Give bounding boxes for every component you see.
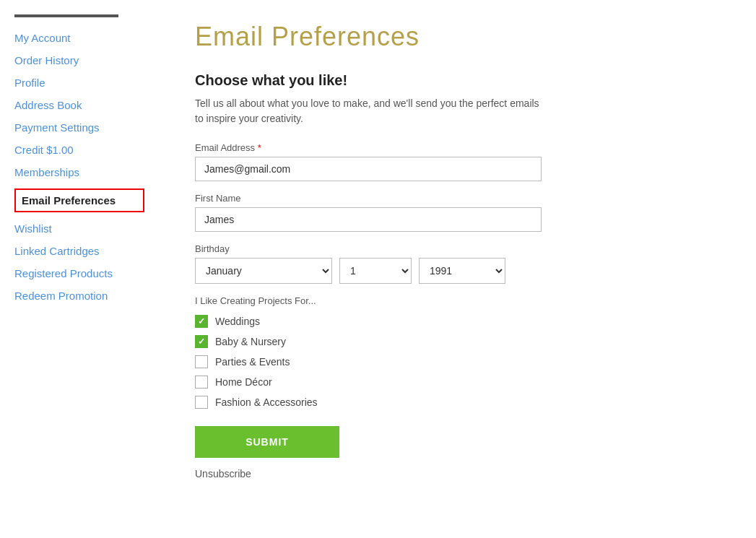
submit-button[interactable]: SUBMIT [195,426,339,458]
checkbox-item-fashion-accessories[interactable]: Fashion & Accessories [195,396,720,409]
sidebar-item-linked-cartridges[interactable]: Linked Cartridges [14,245,100,257]
first-name-label: First Name [195,193,720,204]
email-field-group: Email Address * [195,142,720,181]
sidebar-li-wishlist: Wishlist [14,222,144,235]
birthday-year-select[interactable]: 2024202320222021202020192018201720162015… [419,258,505,284]
unsubscribe-link[interactable]: Unsubscribe [195,468,251,480]
birthday-row: JanuaryFebruaryMarchAprilMayJuneJulyAugu… [195,258,720,284]
checkbox-item-home-decor[interactable]: Home Décor [195,376,720,389]
checkbox-item-weddings[interactable]: Weddings [195,315,720,328]
email-input[interactable] [195,157,542,181]
checkbox-list: WeddingsBaby & NurseryParties & EventsHo… [195,315,720,409]
sidebar-li-my-account: My Account [14,32,144,44]
section-description: Tell us all about what you love to make,… [195,96,542,126]
sidebar-item-credit[interactable]: Credit $1.00 [14,144,74,156]
sidebar-item-address-book[interactable]: Address Book [14,99,82,111]
checkbox-item-parties-events[interactable]: Parties & Events [195,355,720,368]
checkbox-label-baby-nursery: Baby & Nursery [215,336,286,347]
checkbox-item-baby-nursery[interactable]: Baby & Nursery [195,335,720,348]
birthday-label: Birthday [195,243,720,254]
projects-label: I Like Creating Projects For... [195,295,720,306]
sidebar-li-registered-products: Registered Products [14,267,144,279]
sidebar-item-wishlist[interactable]: Wishlist [14,222,52,235]
sidebar-item-email-preferences[interactable]: Email Preferences [14,188,144,212]
birthday-day-select[interactable]: 1234567891011121314151617181920212223242… [339,258,412,284]
sidebar-top-bar [14,14,118,17]
checkbox-label-weddings: Weddings [215,316,260,327]
page-title: Email Preferences [195,22,720,52]
email-label: Email Address * [195,142,720,153]
sidebar-li-address-book: Address Book [14,99,144,111]
sidebar-navigation: My AccountOrder HistoryProfileAddress Bo… [14,32,144,302]
checkbox-box-baby-nursery[interactable] [195,335,208,348]
birthday-field-group: Birthday JanuaryFebruaryMarchAprilMayJun… [195,243,720,284]
sidebar-li-redeem-promotion: Redeem Promotion [14,290,144,302]
birthday-month-select[interactable]: JanuaryFebruaryMarchAprilMayJuneJulyAugu… [195,258,332,284]
sidebar-item-my-account[interactable]: My Account [14,32,71,44]
main-content: Email Preferences Choose what you like! … [159,0,756,538]
checkbox-label-parties-events: Parties & Events [215,356,290,368]
sidebar-li-order-history: Order History [14,54,144,66]
checkbox-label-home-decor: Home Décor [215,376,272,388]
first-name-field-group: First Name [195,193,720,232]
sidebar-item-registered-products[interactable]: Registered Products [14,267,113,279]
first-name-input[interactable] [195,207,542,232]
sidebar-item-memberships[interactable]: Memberships [14,166,79,178]
sidebar-item-redeem-promotion[interactable]: Redeem Promotion [14,290,108,302]
checkbox-box-home-decor[interactable] [195,376,208,389]
sidebar-li-profile: Profile [14,77,144,89]
sidebar-item-profile[interactable]: Profile [14,77,45,89]
sidebar-li-credit: Credit $1.00 [14,144,144,156]
sidebar-li-memberships: Memberships [14,166,144,178]
sidebar-item-payment-settings[interactable]: Payment Settings [14,121,100,134]
sidebar-li-payment-settings: Payment Settings [14,121,144,134]
projects-group: I Like Creating Projects For... Weddings… [195,295,720,409]
page-layout: My AccountOrder HistoryProfileAddress Bo… [0,0,756,538]
sidebar-item-label-email-preferences: Email Preferences [22,194,116,207]
section-heading: Choose what you like! [195,72,720,89]
checkbox-box-weddings[interactable] [195,315,208,328]
sidebar-item-order-history[interactable]: Order History [14,54,79,66]
checkbox-box-fashion-accessories[interactable] [195,396,208,409]
sidebar-li-linked-cartridges: Linked Cartridges [14,245,144,257]
required-star: * [258,142,261,153]
checkbox-box-parties-events[interactable] [195,355,208,368]
checkbox-label-fashion-accessories: Fashion & Accessories [215,396,318,408]
sidebar: My AccountOrder HistoryProfileAddress Bo… [0,0,159,538]
